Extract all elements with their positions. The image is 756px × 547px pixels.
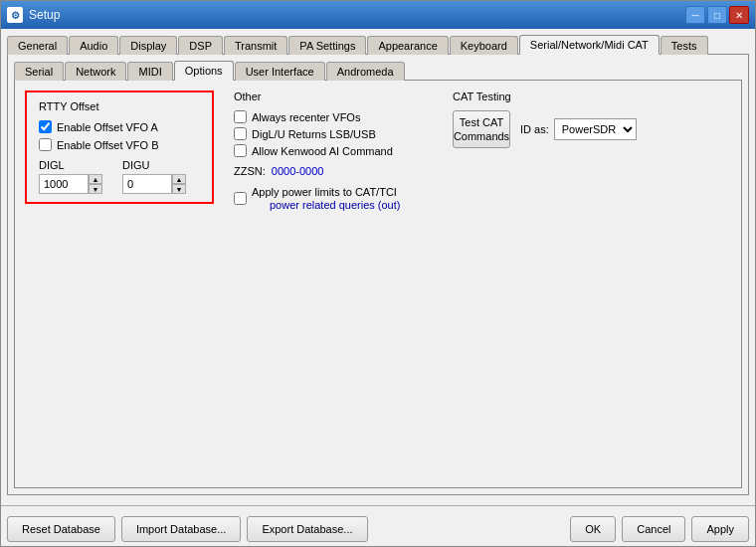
zzsn-row: ZZSN: 0000-0000 bbox=[234, 165, 433, 177]
tab-user-interface[interactable]: User Interface bbox=[235, 62, 325, 81]
close-button[interactable]: ✕ bbox=[729, 6, 749, 24]
vfo-a-checkbox[interactable] bbox=[39, 120, 52, 133]
digl-group: DIGL ▲ ▼ bbox=[39, 159, 102, 194]
main-tab-panel: Serial Network MIDI Options User Interfa… bbox=[7, 54, 749, 495]
rtty-offset-box: RTTY Offset Enable Offset VFO A Enable O… bbox=[25, 91, 214, 204]
tab-options[interactable]: Options bbox=[174, 61, 234, 81]
digu-label: DIGU bbox=[122, 159, 186, 171]
kenwood-row: Allow Kenwood AI Command bbox=[234, 144, 433, 157]
apply-power-label[interactable]: Apply power limits to CAT/TCI bbox=[252, 186, 397, 198]
zzsn-value: 0000-0000 bbox=[272, 165, 324, 177]
setup-window: ⚙ Setup ─ □ ✕ General Audio Display DSP … bbox=[0, 0, 756, 547]
recenter-vfos-checkbox[interactable] bbox=[234, 110, 247, 123]
other-title: Other bbox=[234, 91, 433, 102]
vfo-b-row: Enable Offset VFO B bbox=[39, 138, 200, 151]
test-cat-button[interactable]: Test CATCommands bbox=[453, 110, 510, 148]
tab-midi[interactable]: MIDI bbox=[127, 62, 172, 81]
window-title: Setup bbox=[29, 8, 60, 22]
other-section: Other Always recenter VFOs DigL/U Return… bbox=[234, 91, 433, 215]
tab-transmit[interactable]: Transmit bbox=[224, 36, 287, 55]
minimize-button[interactable]: ─ bbox=[685, 6, 705, 24]
bottom-bar: Reset Database Import Database... Export… bbox=[1, 510, 755, 546]
digu-group: DIGU ▲ ▼ bbox=[122, 159, 186, 194]
tab-pa-settings[interactable]: PA Settings bbox=[288, 36, 366, 55]
apply-power-sub: power related queries (out) bbox=[270, 199, 400, 211]
main-content: General Audio Display DSP Transmit PA Se… bbox=[1, 29, 755, 501]
tab-keyboard[interactable]: Keyboard bbox=[450, 36, 518, 55]
import-database-button[interactable]: Import Database... bbox=[121, 516, 242, 542]
cat-testing-section: CAT Testing Test CATCommands ID as: Powe… bbox=[453, 91, 637, 148]
separator bbox=[1, 505, 755, 506]
zzsn-label: ZZSN: bbox=[234, 165, 266, 177]
bottom-left-buttons: Reset Database Import Database... Export… bbox=[7, 516, 368, 542]
id-as-group: ID as: PowerSDR Kenwood Icom Yaesu bbox=[520, 118, 637, 140]
reset-database-button[interactable]: Reset Database bbox=[7, 516, 115, 542]
tab-appearance[interactable]: Appearance bbox=[367, 36, 448, 55]
inner-tab-strip: Serial Network MIDI Options User Interfa… bbox=[14, 61, 742, 81]
bottom-right-buttons: OK Cancel Apply bbox=[570, 516, 749, 542]
cat-testing-title: CAT Testing bbox=[453, 91, 637, 102]
cancel-button[interactable]: Cancel bbox=[622, 516, 685, 542]
vfo-b-label[interactable]: Enable Offset VFO B bbox=[57, 139, 159, 151]
export-database-button[interactable]: Export Database... bbox=[247, 516, 367, 542]
id-as-label: ID as: bbox=[520, 123, 549, 135]
kenwood-ai-checkbox[interactable] bbox=[234, 144, 247, 157]
tab-network[interactable]: Network bbox=[65, 62, 126, 81]
spinners-row: DIGL ▲ ▼ DIGU bbox=[39, 159, 200, 194]
main-tab-strip: General Audio Display DSP Transmit PA Se… bbox=[7, 35, 749, 55]
maximize-button[interactable]: □ bbox=[707, 6, 727, 24]
vfo-b-checkbox[interactable] bbox=[39, 138, 52, 151]
content-row: RTTY Offset Enable Offset VFO A Enable O… bbox=[25, 91, 731, 215]
tab-tests[interactable]: Tests bbox=[661, 36, 708, 55]
digu-input[interactable] bbox=[122, 174, 172, 194]
digl-up-button[interactable]: ▲ bbox=[89, 174, 102, 184]
inner-tab-panel: RTTY Offset Enable Offset VFO A Enable O… bbox=[14, 80, 742, 488]
ok-button[interactable]: OK bbox=[570, 516, 616, 542]
test-cat-label: Test CATCommands bbox=[454, 115, 509, 144]
apply-power-checkbox[interactable] bbox=[234, 192, 247, 205]
cat-controls: Test CATCommands ID as: PowerSDR Kenwood… bbox=[453, 110, 637, 148]
window-icon: ⚙ bbox=[7, 7, 23, 23]
digu-up-button[interactable]: ▲ bbox=[172, 174, 186, 184]
id-as-select[interactable]: PowerSDR Kenwood Icom Yaesu bbox=[554, 118, 637, 140]
tab-dsp[interactable]: DSP bbox=[178, 36, 223, 55]
apply-power-row: Apply power limits to CAT/TCI power rela… bbox=[234, 185, 433, 211]
title-bar: ⚙ Setup ─ □ ✕ bbox=[1, 1, 755, 29]
tab-serial-network-midi-cat[interactable]: Serial/Network/Midi CAT bbox=[519, 35, 660, 55]
vfo-a-label[interactable]: Enable Offset VFO A bbox=[57, 121, 158, 133]
digl-label: DIGL bbox=[39, 159, 102, 171]
tab-general[interactable]: General bbox=[7, 36, 68, 55]
recenter-vfos-row: Always recenter VFOs bbox=[234, 110, 433, 123]
rtty-title: RTTY Offset bbox=[39, 100, 200, 112]
kenwood-ai-label[interactable]: Allow Kenwood AI Command bbox=[252, 145, 393, 157]
digl-returns-checkbox[interactable] bbox=[234, 127, 247, 140]
apply-button[interactable]: Apply bbox=[691, 516, 749, 542]
digl-down-button[interactable]: ▼ bbox=[89, 184, 102, 194]
tab-display[interactable]: Display bbox=[119, 36, 177, 55]
recenter-vfos-label[interactable]: Always recenter VFOs bbox=[252, 111, 360, 123]
digu-down-button[interactable]: ▼ bbox=[172, 184, 186, 194]
vfo-a-row: Enable Offset VFO A bbox=[39, 120, 200, 133]
tab-andromeda[interactable]: Andromeda bbox=[326, 62, 405, 81]
tab-audio[interactable]: Audio bbox=[69, 36, 118, 55]
digl-input[interactable] bbox=[39, 174, 89, 194]
digl-returns-row: DigL/U Returns LSB/USB bbox=[234, 127, 433, 140]
digl-returns-label[interactable]: DigL/U Returns LSB/USB bbox=[252, 128, 376, 140]
tab-serial[interactable]: Serial bbox=[14, 62, 64, 81]
